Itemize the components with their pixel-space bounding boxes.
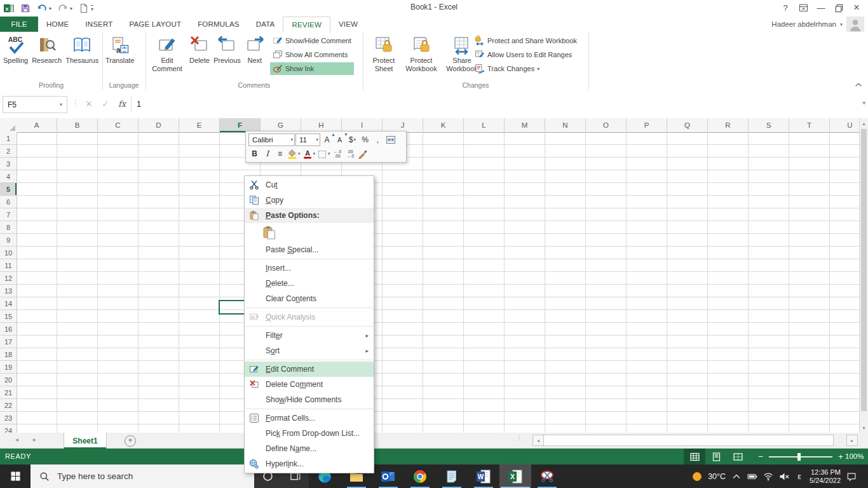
- allow-users-to-edit-ranges-button[interactable]: Allow Users to Edit Ranges: [472, 48, 580, 61]
- research-button[interactable]: Research: [30, 34, 64, 66]
- help-button[interactable]: ?: [776, 0, 794, 15]
- row-header-18[interactable]: 18: [0, 348, 17, 361]
- grid-cells[interactable]: [17, 132, 859, 433]
- expand-formula-bar-icon[interactable]: ▾: [862, 100, 865, 106]
- increase-decimal-button[interactable]: ←.0.00: [332, 148, 344, 159]
- volume-muted-icon[interactable]: [779, 471, 789, 482]
- row-header-6[interactable]: 6: [0, 196, 17, 208]
- column-header-c[interactable]: C: [98, 118, 139, 132]
- normal-view-button[interactable]: [684, 449, 705, 464]
- protect-and-share-workbook-button[interactable]: Protect and Share Workbook: [472, 34, 580, 47]
- horizontal-scroll-thumb[interactable]: [543, 435, 834, 446]
- tab-review[interactable]: REVIEW: [283, 17, 330, 32]
- column-header-t[interactable]: T: [789, 118, 830, 132]
- center-button[interactable]: ≡: [274, 148, 286, 159]
- row-header-16[interactable]: 16: [0, 323, 17, 336]
- input-language-indicator[interactable]: ε: [795, 472, 804, 481]
- taskbar-app-word[interactable]: W: [468, 464, 499, 488]
- protect-sheet-button[interactable]: Protect Sheet: [367, 34, 401, 74]
- font-name-combo[interactable]: Calibri ▾: [248, 133, 295, 146]
- column-header-e[interactable]: E: [179, 118, 220, 132]
- vertical-scrollbar[interactable]: ▲ ▼: [859, 118, 868, 433]
- scroll-up-icon[interactable]: ▲: [860, 118, 868, 128]
- name-box[interactable]: F5 ▾: [3, 96, 67, 113]
- font-color-button[interactable]: A▾: [302, 148, 316, 159]
- menu-item-filter[interactable]: Filter▸: [245, 328, 374, 343]
- minimize-button[interactable]: —: [812, 0, 830, 15]
- collapse-ribbon-button[interactable]: [854, 81, 863, 88]
- comma-style-button[interactable]: ,: [372, 134, 384, 146]
- vertical-scroll-thumb[interactable]: [861, 129, 867, 411]
- protect-workbook-button[interactable]: Protect Workbook: [401, 34, 442, 74]
- next-sheet-button[interactable]: ▸: [33, 436, 36, 443]
- menu-item-paste-special[interactable]: Paste Special...: [245, 242, 374, 257]
- row-header-8[interactable]: 8: [0, 221, 17, 234]
- restore-button[interactable]: [830, 0, 848, 15]
- grow-font-button[interactable]: A▲: [321, 134, 333, 146]
- row-header-21[interactable]: 21: [0, 386, 17, 399]
- row-header-3[interactable]: 3: [0, 158, 17, 170]
- avatar[interactable]: [846, 17, 864, 32]
- menu-item-paste-button[interactable]: [245, 223, 374, 242]
- decrease-decimal-button[interactable]: .00→.0: [344, 148, 356, 159]
- weather-icon[interactable]: [692, 471, 702, 482]
- previous-comment-button[interactable]: Previous: [212, 34, 243, 66]
- zoom-slider[interactable]: [769, 456, 832, 458]
- cancel-button[interactable]: ✕: [81, 99, 97, 109]
- scroll-left-icon[interactable]: ◄: [532, 435, 544, 446]
- translate-button[interactable]: a Translate: [104, 34, 136, 66]
- tab-page-layout[interactable]: PAGE LAYOUT: [121, 17, 189, 32]
- edit-comment-button[interactable]: Edit Comment: [147, 34, 187, 74]
- menu-item-format-cells[interactable]: Format Cells...: [245, 410, 374, 426]
- battery-icon[interactable]: [747, 471, 757, 482]
- show-hide-comment-button[interactable]: Show/Hide Comment: [270, 34, 354, 47]
- tab-splitter-grip-icon[interactable]: ⋮: [516, 435, 521, 440]
- track-changes-button[interactable]: Track Changes ▾: [472, 62, 580, 75]
- row-header-24[interactable]: 24: [0, 424, 17, 433]
- tab-file[interactable]: FILE: [0, 17, 38, 32]
- row-header-12[interactable]: 12: [0, 272, 17, 285]
- clock[interactable]: 12:36 PM 5/24/2022: [810, 468, 841, 485]
- merge-center-button[interactable]: [384, 134, 397, 146]
- horizontal-scrollbar[interactable]: ◄ ►: [532, 434, 858, 446]
- tab-data[interactable]: DATA: [248, 17, 283, 32]
- menu-item-insert[interactable]: Insert...: [245, 261, 374, 276]
- user-name[interactable]: Hadeer abdelrhman: [771, 20, 836, 28]
- column-header-o[interactable]: O: [586, 118, 627, 132]
- tab-formulas[interactable]: FORMULAS: [189, 17, 248, 32]
- tab-view[interactable]: VIEW: [330, 17, 366, 32]
- zoom-out-button[interactable]: −: [755, 452, 766, 461]
- delete-comment-ribbon-button[interactable]: Delete: [187, 34, 212, 66]
- taskbar-search[interactable]: [31, 464, 254, 488]
- column-header-b[interactable]: B: [57, 118, 98, 132]
- wifi-icon[interactable]: [763, 471, 773, 482]
- search-input[interactable]: [56, 471, 217, 482]
- row-header-22[interactable]: 22: [0, 399, 17, 412]
- ribbon-display-options-button[interactable]: [794, 0, 812, 15]
- show-hidden-icons-icon[interactable]: [731, 471, 742, 482]
- sheet-tab-sheet1[interactable]: Sheet1: [64, 433, 107, 449]
- zoom-level[interactable]: 100%: [845, 452, 864, 460]
- row-header-7[interactable]: 7: [0, 208, 17, 221]
- taskbar-app-snipping[interactable]: [531, 464, 563, 488]
- bold-button[interactable]: B: [248, 148, 261, 159]
- thesaurus-button[interactable]: Thesaurus: [64, 34, 100, 66]
- column-header-l[interactable]: L: [464, 118, 505, 132]
- row-header-9[interactable]: 9: [0, 234, 17, 247]
- column-header-k[interactable]: K: [423, 118, 464, 132]
- select-all-button[interactable]: [0, 118, 17, 133]
- column-header-m[interactable]: M: [505, 118, 545, 132]
- formula-input[interactable]: 1: [131, 96, 854, 112]
- zoom-slider-thumb[interactable]: [797, 453, 801, 461]
- show-all-comments-button[interactable]: Show All Comments: [270, 48, 354, 61]
- tab-insert[interactable]: INSERT: [77, 17, 121, 32]
- italic-button[interactable]: I: [261, 148, 273, 159]
- menu-item-pick-from-drop-down-list[interactable]: Pick From Drop-down List...: [245, 426, 374, 441]
- menu-item-hyperlink[interactable]: Hyperlink...: [245, 456, 374, 471]
- action-center-icon[interactable]: [846, 471, 857, 482]
- row-header-23[interactable]: 23: [0, 412, 17, 424]
- row-header-1[interactable]: 1: [0, 132, 17, 145]
- column-header-h[interactable]: H: [301, 118, 342, 132]
- column-header-r[interactable]: R: [708, 118, 749, 132]
- menu-item-cut[interactable]: Cut: [245, 177, 374, 193]
